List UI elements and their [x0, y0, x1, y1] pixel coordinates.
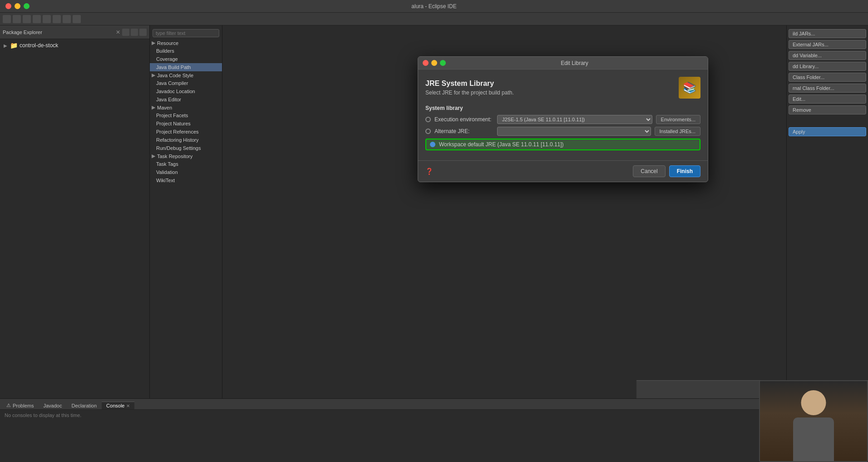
webcam-feed — [760, 381, 867, 461]
toolbar-icon-5[interactable] — [43, 15, 51, 23]
environments-button[interactable]: Environments... — [656, 115, 700, 124]
modal-max-btn[interactable] — [440, 60, 446, 66]
props-item-wikitext[interactable]: WikiText — [150, 176, 222, 184]
props-item-project-references[interactable]: Project References — [150, 128, 222, 136]
tab-javadoc-label: Javadoc — [43, 403, 62, 408]
apply-button[interactable]: Apply — [789, 127, 866, 136]
execution-env-label: Execution environment: — [434, 116, 493, 123]
console-area: ⚠ Problems Javadoc Declaration Console ✕… — [0, 398, 759, 462]
arrow-icon: ▶ — [152, 40, 155, 46]
modal-traffic-lights[interactable] — [423, 60, 446, 66]
add-external-jars-button[interactable]: External JARs... — [789, 40, 866, 49]
props-item-project-natures[interactable]: Project Natures — [150, 119, 222, 128]
props-item-java-editor[interactable]: Java Editor — [150, 95, 222, 104]
modal-close-btn[interactable] — [423, 60, 429, 66]
panel-toolbar-icon-1[interactable] — [122, 29, 129, 36]
alternate-jre-row: Alternate JRE: Installed JREs... — [425, 127, 700, 136]
tab-console-label: Console — [106, 403, 124, 408]
props-item-project-facets[interactable]: Project Facets — [150, 111, 222, 119]
toolbar-icon-7[interactable] — [63, 15, 71, 23]
props-group-java-code-style-label: Java Code Style — [157, 73, 193, 78]
panel-toolbar-icon-3[interactable] — [139, 29, 147, 36]
alternate-jre-select[interactable] — [497, 127, 651, 136]
workspace-jre-label: Workspace default JRE (Java SE 11.0.11 [… — [439, 141, 564, 148]
execution-env-select[interactable]: J2SE-1.5 (Java SE 11.0.11 [11.0.11]) — [497, 115, 652, 124]
add-jars-button[interactable]: ild JARs... — [789, 29, 866, 38]
tab-javadoc[interactable]: Javadoc — [39, 402, 66, 409]
tab-problems[interactable]: ⚠ Problems — [2, 402, 38, 409]
edit-library-modal: Edit Library JRE System Library Select J… — [418, 56, 708, 182]
modal-min-btn[interactable] — [431, 60, 437, 66]
props-item-run-debug[interactable]: Run/Debug Settings — [150, 144, 222, 152]
arrow-icon-2: ▶ — [152, 72, 155, 78]
toolbar-icon-2[interactable] — [13, 15, 21, 23]
props-item-builders[interactable]: Builders — [150, 47, 222, 55]
props-item-javadoc-location[interactable]: Javadoc Location — [150, 87, 222, 95]
titlebar: alura - Eclipse IDE — [0, 0, 868, 13]
minimize-button[interactable] — [15, 3, 20, 9]
props-group-task-repo-label: Task Repository — [157, 154, 192, 159]
props-item-java-compiler[interactable]: Java Compiler — [150, 79, 222, 87]
workspace-jre-radio[interactable] — [430, 142, 435, 147]
execution-env-radio[interactable] — [425, 117, 431, 122]
jre-library-icon: 📚 — [679, 77, 700, 99]
installed-jres-button[interactable]: Installed JREs... — [655, 127, 700, 136]
person-head — [801, 390, 826, 415]
edit-library-cancel-button[interactable]: Cancel — [633, 165, 665, 177]
toolbar-icon-8[interactable] — [73, 15, 81, 23]
panel-close-icon[interactable]: ✕ — [116, 29, 120, 35]
props-group-maven[interactable]: ▶ Maven — [150, 104, 222, 111]
project-tree: ▶ 📁 control-de-stock — [0, 39, 149, 52]
tab-console[interactable]: Console ✕ — [102, 402, 134, 409]
edit-library-body: JRE System Library Select JRE for the pr… — [418, 70, 708, 160]
execution-env-row: Execution environment: J2SE-1.5 (Java SE… — [425, 115, 700, 124]
edit-library-header: JRE System Library Select JRE for the pr… — [425, 77, 700, 99]
window-title: alura - Eclipse IDE — [411, 3, 456, 10]
tree-arrow-icon: ▶ — [4, 43, 8, 48]
edit-library-footer: ❓ Cancel Finish — [418, 160, 708, 182]
props-group-resource-label: Resource — [157, 40, 178, 46]
add-class-folder-button[interactable]: Class Folder... — [789, 73, 866, 82]
add-variable-button[interactable]: dd Variable... — [789, 51, 866, 60]
toolbar-icon-6[interactable] — [53, 15, 61, 23]
close-button[interactable] — [5, 3, 11, 9]
eclipse-toolbar — [0, 13, 868, 25]
add-library-button[interactable]: dd Library... — [789, 62, 866, 71]
add-external-class-folder-button[interactable]: rnal Class Folder... — [789, 84, 866, 93]
properties-nav-panel: ▶ Resource Builders Coverage Java Build … — [150, 25, 222, 462]
webcam-overlay — [759, 380, 868, 462]
edit-library-finish-button[interactable]: Finish — [669, 165, 700, 177]
edit-button[interactable]: Edit... — [789, 94, 866, 104]
toolbar-icon-4[interactable] — [33, 15, 41, 23]
maximize-button[interactable] — [24, 3, 30, 9]
props-group-task-repo[interactable]: ▶ Task Repository — [150, 152, 222, 160]
tab-declaration-label: Declaration — [71, 403, 97, 408]
tree-item-project[interactable]: ▶ 📁 control-de-stock — [0, 41, 149, 50]
props-item-java-build-path[interactable]: Java Build Path — [150, 63, 222, 71]
edit-library-title: Edit Library — [561, 60, 588, 66]
remove-button[interactable]: Remove — [789, 105, 866, 114]
tab-declaration[interactable]: Declaration — [67, 402, 101, 409]
props-group-maven-label: Maven — [157, 105, 172, 110]
props-item-coverage[interactable]: Coverage — [150, 55, 222, 63]
console-body: No consoles to display at this time. — [0, 410, 759, 421]
filter-input[interactable] — [153, 29, 219, 37]
props-item-validation[interactable]: Validation — [150, 168, 222, 176]
alternate-jre-radio[interactable] — [425, 129, 431, 134]
props-group-resource[interactable]: ▶ Resource — [150, 39, 222, 47]
props-item-task-tags[interactable]: Task Tags — [150, 160, 222, 168]
traffic-lights[interactable] — [5, 3, 30, 9]
package-explorer-title: Package Explorer — [3, 30, 114, 35]
panel-toolbar-icon-2[interactable] — [131, 29, 138, 36]
project-icon: 📁 — [10, 42, 18, 49]
help-icon[interactable]: ❓ — [425, 168, 433, 175]
toolbar-icon-3[interactable] — [23, 15, 31, 23]
props-item-refactoring-history[interactable]: Refactoring History — [150, 136, 222, 144]
console-close-icon[interactable]: ✕ — [126, 403, 130, 408]
panel-toolbar — [122, 29, 147, 36]
props-group-java-code-style[interactable]: ▶ Java Code Style — [150, 71, 222, 79]
toolbar-icon-1[interactable] — [3, 15, 11, 23]
workspace-default-jre-row[interactable]: Workspace default JRE (Java SE 11.0.11 [… — [425, 139, 700, 150]
project-label: control-de-stock — [20, 42, 58, 49]
console-message: No consoles to display at this time. — [5, 412, 81, 418]
